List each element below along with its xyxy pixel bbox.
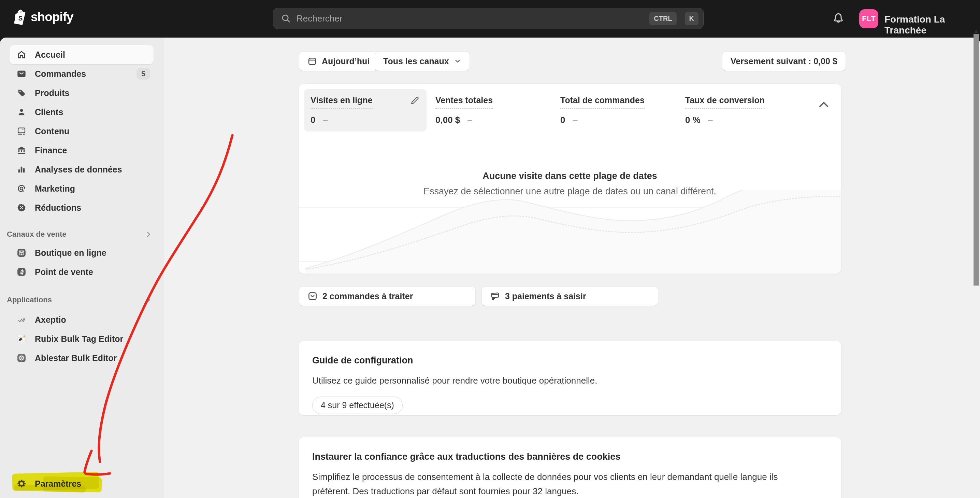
metric-label: Total de commandes [560, 95, 644, 109]
search-icon [281, 13, 291, 24]
metric-visites-en-ligne[interactable]: Visites en ligne 0 – [304, 89, 426, 131]
no-change-dash: – [468, 115, 472, 125]
metric-label: Ventes totales [435, 95, 493, 109]
section-canaux-de-vente[interactable]: Canaux de vente [7, 227, 152, 241]
discount-icon [16, 203, 27, 213]
topbar: S shopify Rechercher CTRL K FLT Formatio… [0, 0, 980, 38]
sidebar-item-axeptio[interactable]: Axeptio [10, 310, 154, 329]
pos-icon: S [16, 267, 27, 277]
rubix-app-icon [16, 334, 27, 344]
metric-label: Visites en ligne [310, 95, 372, 109]
metric-label: Taux de conversion [685, 95, 765, 109]
sidebar-item-point-de-vente[interactable]: S Point de vente [10, 262, 154, 281]
next-payout-button[interactable]: Versement suivant : 0,00 $ [722, 51, 846, 71]
content-icon [16, 126, 27, 136]
orders-count-badge: 5 [137, 68, 150, 80]
chevron-down-icon [454, 57, 461, 65]
sidebar-item-label: Point de vente [35, 267, 93, 277]
sidebar-item-label: Boutique en ligne [35, 248, 107, 258]
sidebar-item-clients[interactable]: Clients [10, 102, 154, 121]
metric-strip: Visites en ligne 0 – Ventes totales [299, 84, 841, 131]
sidebar-item-label: Clients [35, 107, 63, 117]
sidebar-item-ablestar-bulk-editor[interactable]: Ablestar Bulk Editor [10, 348, 154, 367]
sidebar-item-produits[interactable]: Produits [10, 83, 154, 102]
vertical-scrollbar-thumb[interactable] [974, 34, 979, 286]
sidebar: Accueil Commandes 5 [0, 38, 164, 498]
axeptio-app-icon [16, 314, 27, 325]
store-initials: FLT [862, 14, 876, 23]
target-cursor-icon [16, 184, 27, 194]
collapse-chevron-up-icon[interactable] [818, 100, 829, 109]
placeholder-trend-chart [299, 190, 841, 274]
search-placeholder: Rechercher [296, 13, 641, 24]
channel-filter-label: Tous les canaux [383, 56, 449, 66]
no-change-dash: – [573, 115, 578, 125]
no-change-dash: – [708, 115, 713, 125]
cookie-card-title: Instaurer la confiance grâce aux traduct… [312, 452, 827, 462]
metric-total-de-commandes[interactable]: Total de commandes 0 – [554, 89, 678, 131]
next-payout-label: Versement suivant : 0,00 $ [730, 56, 837, 66]
sidebar-item-label: Analyses de données [35, 164, 122, 174]
sidebar-item-label: Accueil [35, 50, 65, 60]
store-avatar[interactable]: FLT [859, 9, 878, 28]
section-label: Canaux de vente [7, 230, 67, 239]
orders-to-fulfill-button[interactable]: 2 commandes à traiter [299, 286, 476, 306]
metric-ventes-totales[interactable]: Ventes totales 0,00 $ – [429, 89, 554, 131]
store-name[interactable]: Formation La Tranchée [885, 14, 980, 36]
sidebar-item-finance[interactable]: Finance [10, 141, 154, 160]
chevron-right-icon [145, 296, 152, 304]
setup-progress-badge: 4 sur 9 effectuée(s) [312, 397, 402, 414]
bank-icon [16, 145, 27, 155]
metric-value: 0 [310, 115, 315, 125]
sidebar-item-boutique-en-ligne[interactable]: Boutique en ligne [10, 243, 154, 262]
payments-to-capture-label: 3 paiements à saisir [505, 291, 586, 301]
shopify-bag-icon: S [13, 9, 27, 25]
metric-taux-de-conversion[interactable]: Taux de conversion 0 % – [678, 89, 803, 131]
scrollbar-up-arrow[interactable] [974, 29, 978, 33]
shopify-logo[interactable]: S shopify [13, 9, 73, 25]
sidebar-item-label: Réductions [35, 203, 81, 213]
setup-guide-body: Utilisez ce guide personnalisé pour rend… [312, 374, 817, 388]
sidebar-item-commandes[interactable]: Commandes 5 [10, 64, 154, 83]
ablestar-app-icon [16, 353, 27, 363]
home-icon [16, 49, 27, 60]
page-canvas: Accueil Commandes 5 [0, 38, 980, 498]
sidebar-item-label: Finance [35, 145, 67, 155]
kbd-k: K [685, 12, 698, 25]
search-input[interactable]: Rechercher CTRL K [273, 8, 703, 29]
metric-value: 0 [560, 115, 565, 125]
section-label: Applications [7, 295, 52, 304]
orders-to-fulfill-label: 2 commandes à traiter [323, 291, 413, 301]
notifications-bell-icon[interactable] [832, 12, 845, 26]
no-change-dash: – [323, 115, 328, 125]
edit-pencil-icon[interactable] [409, 95, 420, 105]
kbd-ctrl: CTRL [649, 12, 676, 25]
shopify-wordmark: shopify [31, 10, 73, 24]
sidebar-item-label: Axeptio [35, 315, 66, 325]
section-applications[interactable]: Applications [7, 293, 152, 307]
metric-value: 0,00 $ [435, 115, 460, 125]
sidebar-item-label: Commandes [35, 69, 86, 79]
channel-filter-button[interactable]: Tous les canaux [375, 51, 470, 71]
sidebar-item-rubix-bulk-tag-editor[interactable]: Rubix Bulk Tag Editor [10, 329, 154, 348]
sidebar-item-label: Contenu [35, 126, 69, 136]
person-icon [16, 107, 27, 117]
date-filter-label: Aujourd’hui [322, 56, 369, 66]
orders-icon [16, 69, 27, 79]
payments-to-capture-button[interactable]: 3 paiements à saisir [482, 286, 658, 306]
sidebar-item-label: Produits [35, 88, 69, 98]
date-filter-button[interactable]: Aujourd’hui [299, 51, 378, 71]
sidebar-item-contenu[interactable]: Contenu [10, 121, 154, 141]
sidebar-item-analyses[interactable]: Analyses de données [10, 160, 154, 179]
setup-guide-title: Guide de configuration [312, 355, 827, 366]
sidebar-item-accueil[interactable]: Accueil [10, 45, 154, 64]
sidebar-item-reductions[interactable]: Réductions [10, 198, 154, 217]
orders-box-icon [307, 291, 318, 301]
sidebar-item-marketing[interactable]: Marketing [10, 179, 154, 198]
setup-guide-card[interactable]: Guide de configuration Utilisez ce guide… [299, 341, 841, 415]
metric-value: 0 % [685, 115, 700, 125]
payments-icon [490, 291, 500, 301]
svg-text:S: S [21, 271, 22, 274]
cookie-translations-card[interactable]: Instaurer la confiance grâce aux traduct… [299, 437, 841, 498]
calendar-icon [307, 56, 317, 66]
